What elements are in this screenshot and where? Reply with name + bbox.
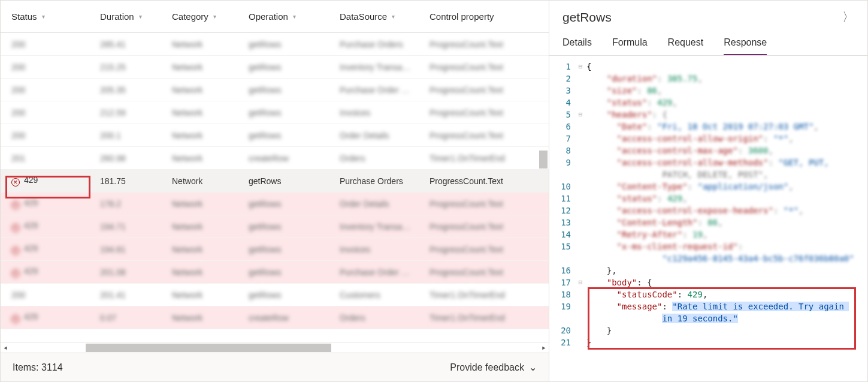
cell-datasource: Invoices	[329, 245, 419, 254]
cell-category: Network	[161, 176, 238, 186]
tab-details[interactable]: Details	[562, 34, 592, 55]
cell-category: Network	[161, 40, 238, 49]
cell-control: ProgressCount.Text	[419, 245, 539, 254]
table-row[interactable]: 200201.41NetworkgetRowsCustomersTimer1.O…	[1, 284, 549, 306]
cell-category: Network	[161, 154, 238, 163]
cell-status: 200	[1, 108, 89, 118]
col-header-control[interactable]: Control property	[419, 11, 539, 22]
tab-request[interactable]: Request	[668, 34, 704, 55]
detail-header: getRows 〉	[549, 1, 867, 30]
vertical-scrollbar[interactable]	[538, 33, 549, 342]
cell-operation: createRow	[238, 313, 329, 323]
cell-category: Network	[161, 290, 238, 300]
sort-icon: ▾	[42, 13, 45, 20]
cell-status: ✕429	[1, 266, 89, 278]
cell-control: ProgressCount.Text	[419, 108, 539, 118]
cell-status: 200	[1, 85, 89, 95]
collapse-chevron-icon[interactable]: 〉	[842, 9, 854, 25]
cell-operation: getRows	[238, 199, 329, 209]
table-footer: Items: 3114 Provide feedback⌄	[1, 353, 549, 381]
cell-status: ✕429	[1, 175, 89, 187]
cell-operation: getRows	[238, 108, 329, 118]
scroll-left-icon[interactable]: ◄	[1, 343, 10, 353]
cell-category: Network	[161, 245, 238, 254]
table-row[interactable]: 200212.59NetworkgetRowsInvoicesProgressC…	[1, 101, 549, 124]
detail-title: getRows	[562, 10, 612, 25]
error-icon: ✕	[11, 246, 20, 255]
error-icon: ✕	[11, 315, 20, 323]
col-header-operation[interactable]: Operation▾	[238, 11, 329, 22]
cell-operation: getRows	[238, 85, 329, 95]
cell-category: Network	[161, 313, 238, 323]
sort-icon: ▾	[293, 13, 296, 20]
cell-duration: 285.41	[89, 40, 161, 49]
cell-operation: getRows	[238, 290, 329, 300]
table-row[interactable]: ✕429194.71NetworkgetRowsInventory Transa…	[1, 215, 549, 238]
col-header-datasource[interactable]: DataSource▾	[329, 11, 419, 22]
cell-control: ProgressCount.Text	[419, 40, 539, 49]
cell-datasource: Invoices	[329, 108, 419, 118]
cell-status: ✕429	[1, 312, 89, 323]
table-row[interactable]: 200215.25NetworkgetRowsInventory Transa……	[1, 56, 549, 79]
cell-status: 200	[1, 62, 89, 72]
cell-control: Timer1.OnTimerEnd	[419, 154, 539, 163]
cell-status: 200	[1, 290, 89, 300]
table-row[interactable]: ✕4290.07NetworkcreateRowOrdersTimer1.OnT…	[1, 306, 549, 329]
table-row[interactable]: 201260.98NetworkcreateRowOrdersTimer1.On…	[1, 147, 549, 170]
table-row[interactable]: ✕429178.2NetworkgetRowsOrder DetailsProg…	[1, 192, 549, 215]
provide-feedback-button[interactable]: Provide feedback⌄	[450, 362, 537, 373]
table-row[interactable]: 200205.35NetworkgetRowsPurchase Order …P…	[1, 79, 549, 101]
cell-control: ProgressCount.Text	[419, 267, 539, 277]
cell-control: ProgressCount.Text	[419, 176, 539, 186]
horizontal-scrollbar[interactable]: ◄ ►	[1, 342, 549, 353]
table-row[interactable]: ✕429194.81NetworkgetRowsInvoicesProgress…	[1, 238, 549, 261]
cell-status: ✕429	[1, 243, 89, 255]
table-row[interactable]: ✕429181.75NetworkgetRowsPurchase OrdersP…	[1, 170, 549, 192]
cell-status: ✕429	[1, 221, 89, 232]
cell-datasource: Inventory Transa…	[329, 62, 419, 72]
cell-operation: getRows	[238, 245, 329, 254]
cell-control: Timer1.OnTimerEnd	[419, 290, 539, 300]
col-header-category[interactable]: Category▾	[161, 11, 238, 22]
cell-datasource: Purchase Orders	[329, 40, 419, 49]
monitor-table-pane: Status▾ Duration▾ Category▾ Operation▾ D…	[1, 1, 549, 381]
tab-formula[interactable]: Formula	[612, 34, 648, 55]
table-body: 200285.41NetworkgetRowsPurchase OrdersPr…	[1, 33, 549, 342]
col-header-duration[interactable]: Duration▾	[89, 11, 161, 22]
table-row[interactable]: 200285.41NetworkgetRowsPurchase OrdersPr…	[1, 33, 549, 56]
cell-duration: 178.2	[89, 199, 161, 209]
cell-operation: getRows	[238, 40, 329, 49]
cell-status: 201	[1, 154, 89, 163]
cell-duration: 201.08	[89, 267, 161, 277]
scroll-right-icon[interactable]: ►	[539, 343, 549, 353]
table-row[interactable]: 200200.1NetworkgetRowsOrder DetailsProgr…	[1, 124, 549, 147]
cell-category: Network	[161, 199, 238, 209]
col-header-status[interactable]: Status▾	[1, 11, 89, 22]
error-icon: ✕	[11, 178, 20, 187]
table-row[interactable]: ✕429201.08NetworkgetRowsPurchase Order ……	[1, 261, 549, 284]
detail-pane: getRows 〉 Details Formula Request Respon…	[549, 1, 867, 381]
cell-operation: getRows	[238, 131, 329, 140]
cell-operation: getRows	[238, 267, 329, 277]
cell-duration: 215.25	[89, 62, 161, 72]
cell-datasource: Orders	[329, 154, 419, 163]
cell-operation: getRows	[238, 62, 329, 72]
cell-datasource: Orders	[329, 313, 419, 323]
sort-icon: ▾	[213, 13, 216, 20]
cell-duration: 212.59	[89, 108, 161, 118]
cell-category: Network	[161, 267, 238, 277]
cell-control: ProgressCount.Text	[419, 222, 539, 231]
scroll-thumb[interactable]	[86, 344, 331, 352]
cell-category: Network	[161, 222, 238, 231]
cell-duration: 200.1	[89, 131, 161, 140]
response-code[interactable]: 1⊟{2 "duration": 385.75,3 "size": 86,4 "…	[549, 56, 867, 381]
cell-duration: 0.07	[89, 313, 161, 323]
cell-datasource: Purchase Orders	[329, 176, 419, 186]
sort-icon: ▾	[392, 13, 395, 20]
sort-icon: ▾	[139, 13, 142, 20]
tab-response[interactable]: Response	[724, 34, 767, 55]
cell-duration: 194.71	[89, 222, 161, 231]
error-icon: ✕	[11, 224, 20, 232]
cell-duration: 201.41	[89, 290, 161, 300]
scroll-thumb[interactable]	[539, 151, 548, 169]
